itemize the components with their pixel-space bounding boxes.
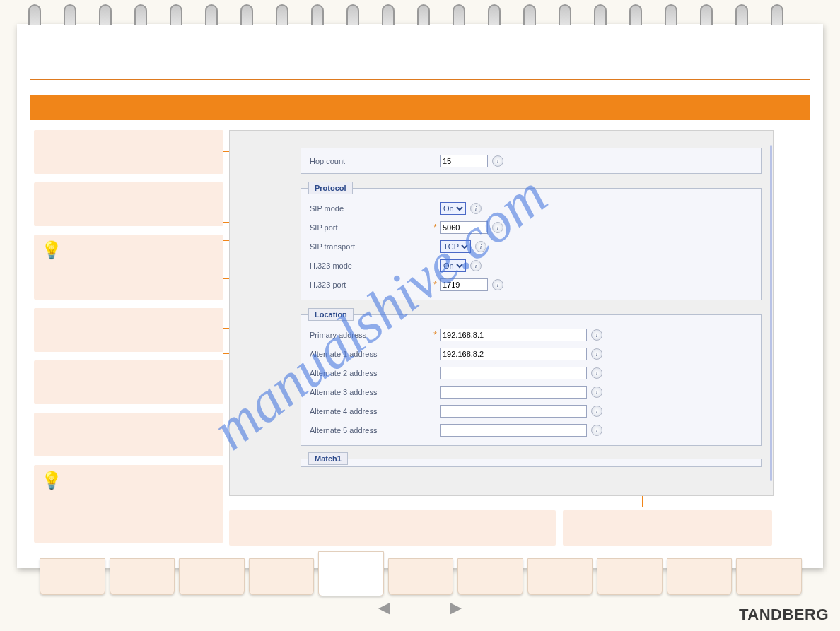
match-legend: Match1 <box>308 452 348 465</box>
sip-port-row: SIP port * i <box>310 218 752 237</box>
tab[interactable] <box>527 558 593 595</box>
info-icon[interactable]: i <box>475 241 486 252</box>
info-icon[interactable]: i <box>492 222 503 233</box>
alt3-address-row: Alternate 3 address i <box>310 382 752 401</box>
sip-mode-label: SIP mode <box>310 204 430 213</box>
section-header-bar <box>30 95 810 120</box>
lightbulb-icon: 💡 <box>41 240 62 260</box>
callout-box-left <box>229 510 556 546</box>
sidebar-note-4 <box>34 360 223 404</box>
location-legend: Location <box>308 308 354 321</box>
info-icon[interactable]: i <box>591 425 602 436</box>
alt5-address-input[interactable] <box>440 424 587 437</box>
h323-port-label: H.323 port <box>310 281 430 289</box>
sip-transport-row: SIP transport TCP i <box>310 237 752 256</box>
info-icon[interactable]: i <box>591 367 602 379</box>
page-card: 💡 💡 Hop count i <box>17 24 823 568</box>
primary-address-input[interactable] <box>440 329 587 341</box>
tab[interactable] <box>667 558 733 595</box>
match-group: Match1 <box>301 459 762 467</box>
alt2-address-row: Alternate 2 address i <box>310 363 752 382</box>
alt2-address-input[interactable] <box>440 367 587 379</box>
info-icon[interactable]: i <box>591 329 602 341</box>
h323-mode-select[interactable]: On <box>440 259 466 272</box>
bottom-tabs <box>40 558 802 595</box>
alt1-address-label: Alternate 1 address <box>310 350 430 358</box>
page-nav: ◀ ▶ <box>0 598 840 617</box>
spiral-binding: (function(){ var b=document.currentScrip… <box>28 4 813 25</box>
primary-address-row: Primary address * i <box>310 325 752 344</box>
tab[interactable] <box>110 558 175 595</box>
tab[interactable] <box>736 558 802 595</box>
tab[interactable] <box>179 558 245 595</box>
h323-port-input[interactable] <box>440 278 488 291</box>
tab[interactable] <box>388 558 454 595</box>
sip-port-label: SIP port <box>310 223 430 232</box>
alt4-address-label: Alternate 4 address <box>310 407 430 415</box>
tab[interactable] <box>249 558 315 595</box>
sidebar-tip-2: 💡 <box>34 465 223 543</box>
scrollbar[interactable] <box>770 145 772 481</box>
alt3-address-label: Alternate 3 address <box>310 388 430 396</box>
sidebar-note-5 <box>34 413 223 456</box>
sip-transport-label: SIP transport <box>310 242 430 251</box>
sidebar-note-2 <box>34 182 223 226</box>
info-icon[interactable]: i <box>591 348 602 360</box>
protocol-legend: Protocol <box>308 182 353 194</box>
info-icon[interactable]: i <box>492 279 503 290</box>
callout-box-right <box>563 510 772 546</box>
primary-address-label: Primary address <box>310 331 430 339</box>
alt3-address-input[interactable] <box>440 386 587 399</box>
brand-logo: TANDBERG <box>739 606 829 624</box>
sip-transport-select[interactable]: TCP <box>440 240 471 253</box>
prev-page-icon[interactable]: ◀ <box>378 598 390 617</box>
sidebar-note-3 <box>34 308 223 352</box>
tab-active[interactable] <box>318 551 384 596</box>
hop-count-input[interactable] <box>440 155 488 167</box>
sip-mode-select[interactable]: On <box>440 202 466 215</box>
config-screenshot: Hop count i Protocol SIP mode On i SIP p… <box>229 130 774 496</box>
h323-port-row: H.323 port * i <box>310 275 752 294</box>
tab[interactable] <box>457 558 523 595</box>
tab[interactable] <box>597 558 663 595</box>
lightbulb-icon: 💡 <box>41 471 62 490</box>
info-icon[interactable]: i <box>470 203 482 214</box>
alt1-address-row: Alternate 1 address i <box>310 344 752 363</box>
hop-count-label: Hop count <box>310 157 430 165</box>
info-icon[interactable]: i <box>591 387 602 398</box>
alt2-address-label: Alternate 2 address <box>310 369 430 377</box>
alt4-address-row: Alternate 4 address i <box>310 401 752 420</box>
info-icon[interactable]: i <box>470 260 482 271</box>
sidebar-note-1 <box>34 130 223 174</box>
protocol-group: Protocol SIP mode On i SIP port * i SIP … <box>301 188 762 300</box>
info-icon[interactable]: i <box>492 155 503 167</box>
next-page-icon[interactable]: ▶ <box>450 598 462 617</box>
hop-count-row: Hop count i <box>310 151 752 170</box>
location-group: Location Primary address * i Alternate 1… <box>301 314 762 446</box>
tab[interactable] <box>40 558 105 595</box>
h323-mode-label: H.323 mode <box>310 261 430 270</box>
alt5-address-row: Alternate 5 address i <box>310 420 752 440</box>
alt4-address-input[interactable] <box>440 405 587 418</box>
sip-mode-row: SIP mode On i <box>310 199 752 218</box>
sidebar-tip-1: 💡 <box>34 235 223 300</box>
divider <box>30 79 810 80</box>
h323-mode-row: H.323 mode On i <box>310 256 752 275</box>
info-icon[interactable]: i <box>591 406 602 417</box>
sip-port-input[interactable] <box>440 221 488 234</box>
alt1-address-input[interactable] <box>440 348 587 360</box>
alt5-address-label: Alternate 5 address <box>310 426 430 435</box>
